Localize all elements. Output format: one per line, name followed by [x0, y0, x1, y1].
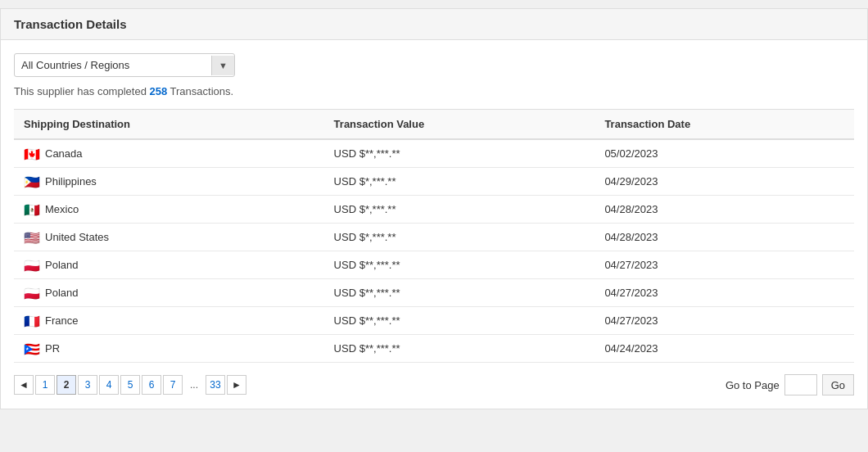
country-name: Poland: [45, 287, 78, 299]
table-row: 🇵🇭PhilippinesUSD $*,***.**04/29/2023: [14, 168, 854, 196]
country-cell: 🇵🇷PR: [14, 335, 324, 363]
country-cell: 🇲🇽Mexico: [14, 196, 324, 224]
transaction-date: 04/27/2023: [594, 279, 854, 307]
info-prefix: This supplier has completed: [14, 85, 149, 97]
flag-ph: 🇵🇭: [24, 176, 40, 188]
transaction-date: 04/24/2023: [594, 335, 854, 363]
transactions-table: Shipping Destination Transaction Value T…: [14, 109, 854, 363]
page-btn-2[interactable]: 2: [57, 375, 76, 395]
flag-pr: 🇵🇷: [24, 343, 40, 355]
col-transaction-date: Transaction Date: [594, 110, 854, 140]
section-title: Transaction Details: [0, 8, 868, 40]
flag-mx: 🇲🇽: [24, 204, 40, 215]
goto-page-input[interactable]: [784, 374, 817, 396]
country-cell: 🇨🇦Canada: [14, 139, 324, 168]
transaction-date: 04/28/2023: [594, 224, 854, 251]
table-row: 🇨🇦CanadaUSD $**,***.**05/02/2023: [14, 139, 854, 168]
transaction-value: USD $**,***.**: [324, 307, 595, 335]
page-btn-4[interactable]: 4: [99, 375, 119, 395]
country-name: Canada: [45, 147, 83, 160]
country-name: United States: [45, 231, 109, 243]
transaction-date: 05/02/2023: [594, 139, 854, 168]
country-filter-select[interactable]: All Countries / Regions: [15, 54, 211, 76]
country-name: PR: [45, 342, 60, 355]
transaction-value: USD $*,***.**: [324, 196, 595, 224]
page-ellipsis: ...: [184, 375, 204, 395]
page-nav: ◄ 1 2 3 4 5 6 7 ... 33 ►: [14, 375, 246, 395]
table-row: 🇵🇱PolandUSD $**,***.**04/27/2023: [14, 251, 854, 279]
table-row: 🇲🇽MexicoUSD $*,***.**04/28/2023: [14, 196, 854, 224]
country-name: France: [45, 314, 78, 327]
page-btn-3[interactable]: 3: [78, 375, 97, 395]
next-page-button[interactable]: ►: [227, 375, 246, 395]
pagination: ◄ 1 2 3 4 5 6 7 ... 33 ► Go to Page Go: [14, 374, 854, 396]
country-cell: 🇵🇭Philippines: [14, 168, 324, 196]
country-cell: 🇫🇷France: [14, 307, 324, 335]
flag-ca: 🇨🇦: [24, 148, 40, 160]
page-btn-1[interactable]: 1: [35, 375, 55, 395]
info-suffix: Transactions.: [167, 85, 233, 97]
transaction-date: 04/27/2023: [594, 251, 854, 279]
flag-us: 🇺🇸: [24, 232, 40, 243]
table-row: 🇺🇸United StatesUSD $*,***.**04/28/2023: [14, 224, 854, 251]
table-row: 🇫🇷FranceUSD $**,***.**04/27/2023: [14, 307, 854, 335]
transaction-value: USD $*,***.**: [324, 168, 595, 196]
prev-page-button[interactable]: ◄: [14, 375, 34, 395]
transaction-value: USD $**,***.**: [324, 279, 595, 307]
country-cell: 🇺🇸United States: [14, 224, 324, 251]
transaction-date: 04/29/2023: [594, 168, 854, 196]
country-filter-dropdown[interactable]: All Countries / Regions ▼: [14, 53, 235, 77]
transaction-value: USD $**,***.**: [324, 139, 595, 168]
page-btn-7[interactable]: 7: [163, 375, 183, 395]
flag-pl: 🇵🇱: [24, 287, 40, 299]
table-row: 🇵🇱PolandUSD $**,***.**04/27/2023: [14, 279, 854, 307]
goto-go-button[interactable]: Go: [822, 374, 854, 396]
goto-page: Go to Page Go: [726, 374, 854, 396]
country-name: Mexico: [45, 203, 79, 215]
transaction-value: USD $*,***.**: [324, 224, 595, 251]
country-name: Poland: [45, 259, 78, 271]
page-btn-6[interactable]: 6: [142, 375, 161, 395]
col-shipping-destination: Shipping Destination: [14, 110, 324, 140]
transaction-date: 04/28/2023: [594, 196, 854, 224]
page-btn-33[interactable]: 33: [206, 375, 225, 395]
goto-label: Go to Page: [726, 379, 780, 391]
dropdown-arrow-icon[interactable]: ▼: [211, 56, 234, 75]
country-name: Philippines: [45, 175, 97, 188]
page-btn-5[interactable]: 5: [120, 375, 140, 395]
table-row: 🇵🇷PRUSD $**,***.**04/24/2023: [14, 335, 854, 363]
flag-fr: 🇫🇷: [24, 315, 40, 327]
transaction-value: USD $**,***.**: [324, 335, 595, 363]
country-cell: 🇵🇱Poland: [14, 251, 324, 279]
filter-row: All Countries / Regions ▼: [14, 53, 854, 77]
transaction-date: 04/27/2023: [594, 307, 854, 335]
country-cell: 🇵🇱Poland: [14, 279, 324, 307]
transaction-info: This supplier has completed 258 Transact…: [14, 85, 854, 97]
transaction-count-link[interactable]: 258: [149, 85, 167, 97]
transaction-value: USD $**,***.**: [324, 251, 595, 279]
col-transaction-value: Transaction Value: [324, 110, 595, 140]
flag-pl: 🇵🇱: [24, 260, 40, 271]
